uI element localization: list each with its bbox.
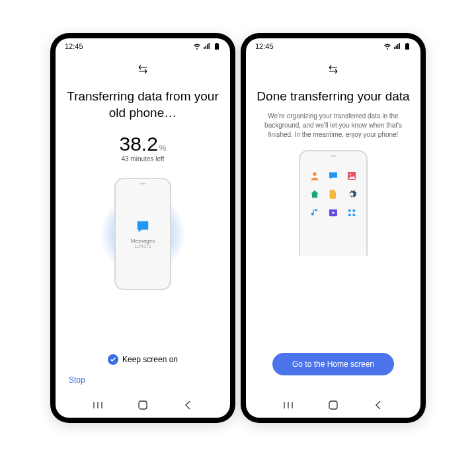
progress-percent: 38.2% [119,133,166,155]
time-remaining: 43 minutes left [121,155,164,163]
gallery-icon [346,170,358,182]
page-title: Done transferring your data [257,89,409,105]
wifi-icon [383,42,391,50]
battery-icon [213,42,221,50]
contacts-icon [309,170,321,182]
nav-back-icon[interactable] [372,400,384,410]
transfer-icon [327,65,339,77]
phone-illustration: Messages 12/4372 [110,174,176,293]
status-time: 12:45 [255,42,274,50]
wifi-icon [193,42,201,50]
svg-point-8 [352,213,355,216]
page-subtitle: We're organizing your transferred data i… [257,112,410,139]
keep-screen-on-toggle[interactable]: Keep screen on [108,354,178,365]
navigation-bar [56,394,230,418]
screen: 12:45 Transferring data from your old ph… [56,38,230,418]
navigation-bar [246,394,420,418]
phone-mockup-done: 12:45 Done transferring your data We're … [241,33,426,423]
svg-point-1 [313,172,316,175]
go-home-button[interactable]: Go to the Home screen [272,353,394,375]
home-icon [309,188,321,200]
svg-rect-0 [139,401,147,409]
screen: 12:45 Done transferring your data We're … [246,38,420,418]
nav-home-icon[interactable] [327,400,339,410]
status-time: 12:45 [65,42,83,50]
messages-icon [327,170,339,182]
signal-icon [393,42,401,50]
nav-recents-icon[interactable] [92,400,104,410]
video-icon [327,207,339,219]
check-icon [108,354,118,365]
apps-icon [346,207,358,219]
settings-icon [346,188,358,200]
svg-point-5 [348,209,351,211]
category-count: 12/4372 [134,244,151,248]
music-icon [309,207,321,219]
svg-rect-9 [329,401,337,409]
nav-home-icon[interactable] [137,400,149,410]
keep-screen-on-label: Keep screen on [122,355,178,364]
messages-icon [134,219,151,234]
svg-point-6 [352,209,355,211]
signal-icon [203,42,211,50]
stop-button[interactable]: Stop [66,374,88,394]
mini-phone-graphic [299,150,368,256]
content-area: Transferring data from your old phone… 3… [56,52,230,394]
page-title: Transferring data from your old phone… [66,89,219,121]
app-grid [309,170,358,219]
status-bar: 12:45 [56,38,230,52]
phone-illustration [299,150,368,256]
phone-mockup-transferring: 12:45 Transferring data from your old ph… [50,33,235,423]
mini-phone-graphic: Messages 12/4372 [114,178,171,290]
svg-point-3 [350,173,352,175]
status-bar: 12:45 [246,38,420,52]
category-label: Messages [131,238,155,244]
content-area: Done transferring your data We're organi… [246,52,420,394]
transfer-icon [137,65,149,77]
svg-point-7 [348,213,351,216]
status-icons [193,42,221,50]
battery-icon [403,42,411,50]
nav-back-icon[interactable] [182,400,194,410]
files-icon [327,188,339,200]
nav-recents-icon[interactable] [282,400,294,410]
status-icons [383,42,411,50]
